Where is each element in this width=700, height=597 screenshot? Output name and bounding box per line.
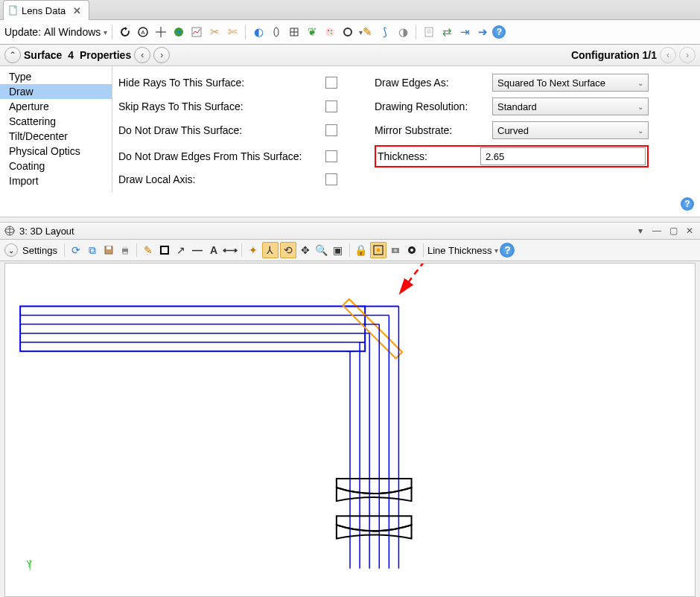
next-config-button[interactable]: › bbox=[679, 47, 696, 63]
close-icon[interactable]: ✕ bbox=[684, 225, 696, 237]
crosshair-icon[interactable] bbox=[153, 24, 169, 40]
refresh-icon[interactable] bbox=[117, 24, 133, 40]
square-icon[interactable] bbox=[157, 243, 172, 258]
layout-panel: 3: 3D Layout ▾ — ▢ ✕ ⌄ Settings ⟳ ⧉ ✎ ↗ bbox=[0, 222, 700, 597]
sidebar-item-scattering[interactable]: Scattering bbox=[0, 114, 112, 129]
do-not-draw-edges-checkbox[interactable] bbox=[325, 150, 337, 162]
sidebar-item-coating[interactable]: Coating bbox=[0, 159, 112, 173]
lock-icon[interactable]: 🔒 bbox=[354, 243, 369, 258]
layout-title: 3: 3D Layout bbox=[19, 226, 74, 237]
main-toolbar: Update: All Windows A ✂ ✄ ◐ ❦ bbox=[0, 20, 700, 45]
copy-icon[interactable]: ⧉ bbox=[85, 243, 100, 258]
sidebar-item-type[interactable]: Type bbox=[0, 69, 112, 84]
drawing-resolution-dropdown[interactable]: Standard ⌄ bbox=[492, 98, 649, 115]
tab-lens-data[interactable]: Lens Data ✕ bbox=[3, 0, 89, 20]
skip-rays-checkbox[interactable] bbox=[325, 100, 337, 112]
chart-icon[interactable] bbox=[188, 24, 205, 40]
thickness-input[interactable]: 2.65 bbox=[480, 147, 646, 165]
settings-label[interactable]: Settings bbox=[22, 245, 57, 256]
update-dropdown[interactable]: All Windows bbox=[44, 26, 107, 38]
svg-point-12 bbox=[328, 30, 329, 31]
surface-icon[interactable] bbox=[268, 24, 284, 40]
minimize-icon[interactable]: — bbox=[651, 225, 663, 237]
mirror-substrate-dropdown[interactable]: Curved ⌄ bbox=[492, 121, 649, 139]
camera-icon[interactable] bbox=[388, 243, 403, 258]
close-icon[interactable]: ✕ bbox=[73, 5, 81, 16]
zoom-icon[interactable]: 🔍 bbox=[314, 243, 329, 258]
draw-edges-as-dropdown[interactable]: Squared To Next Surface ⌄ bbox=[492, 74, 649, 92]
refresh-icon[interactable]: ⟳ bbox=[69, 243, 83, 258]
document-icon bbox=[8, 5, 19, 16]
svg-rect-36 bbox=[20, 306, 365, 351]
tab-label: Lens Data bbox=[22, 5, 66, 16]
arc-icon[interactable]: ⟆ bbox=[377, 24, 393, 40]
svg-rect-30 bbox=[377, 249, 380, 252]
move-icon[interactable]: ✥ bbox=[298, 243, 313, 258]
swap-icon[interactable]: ⇄ bbox=[439, 24, 455, 40]
layout-canvas[interactable]: Y bbox=[4, 263, 696, 597]
svg-rect-16 bbox=[425, 28, 433, 36]
sidebar-item-aperture[interactable]: Aperture bbox=[0, 99, 112, 114]
next-surface-button[interactable]: › bbox=[153, 47, 170, 63]
sidebar-item-physical-optics[interactable]: Physical Optics bbox=[0, 144, 112, 159]
brush-icon[interactable]: ✎ bbox=[359, 24, 375, 40]
save-icon[interactable] bbox=[101, 243, 116, 258]
sidebar-item-tilt-decenter[interactable]: Tilt/Decenter bbox=[0, 129, 112, 144]
help-icon[interactable]: ? bbox=[681, 197, 694, 211]
layout-toolbar: ⌄ Settings ⟳ ⧉ ✎ ↗ — A ⟷ ✦ ⅄ ⟲ ✥ bbox=[0, 240, 700, 261]
leaf-icon[interactable]: ❦ bbox=[304, 24, 320, 40]
svg-rect-41 bbox=[343, 299, 402, 359]
line-thickness-dropdown[interactable]: Line Thickness bbox=[427, 245, 498, 256]
target-icon[interactable] bbox=[404, 243, 419, 258]
svg-rect-26 bbox=[123, 246, 127, 249]
rotate-icon[interactable]: ⟲ bbox=[280, 242, 296, 258]
draw-local-axis-checkbox[interactable] bbox=[325, 173, 337, 185]
lens-icon[interactable]: ◐ bbox=[250, 24, 267, 40]
fit-icon[interactable]: ▣ bbox=[331, 243, 346, 258]
maximize-icon[interactable]: ▢ bbox=[667, 225, 679, 237]
svg-rect-24 bbox=[106, 246, 111, 249]
svg-point-7 bbox=[274, 28, 279, 36]
layout-title-bar: 3: 3D Layout ▾ — ▢ ✕ bbox=[0, 223, 700, 240]
grid-center-icon[interactable] bbox=[370, 242, 386, 258]
arrow-right-icon[interactable]: ➔ bbox=[474, 24, 491, 40]
settings-expand-icon[interactable]: ⌄ bbox=[4, 243, 18, 257]
hide-rays-checkbox[interactable] bbox=[325, 77, 337, 89]
svg-point-15 bbox=[344, 28, 351, 36]
dropdown-icon[interactable]: ▾ bbox=[634, 225, 646, 237]
print-icon[interactable] bbox=[118, 243, 133, 258]
merge-icon[interactable]: ⇥ bbox=[456, 24, 473, 40]
sidebar-item-draw[interactable]: Draw bbox=[0, 84, 112, 99]
svg-point-11 bbox=[325, 28, 334, 36]
axes-y-icon[interactable]: ⅄ bbox=[262, 242, 279, 258]
arrow-icon[interactable]: ↗ bbox=[174, 243, 188, 258]
prev-config-button[interactable]: ‹ bbox=[660, 47, 676, 63]
sidebar-item-import[interactable]: Import bbox=[0, 173, 112, 188]
axes-icon[interactable]: ✦ bbox=[246, 243, 261, 258]
collapse-button[interactable]: ⌃ bbox=[4, 47, 21, 63]
text-icon[interactable]: A bbox=[206, 243, 221, 258]
optical-layout: Y bbox=[5, 264, 695, 596]
svg-rect-27 bbox=[123, 252, 127, 254]
pencil-icon[interactable]: ✎ bbox=[141, 243, 156, 258]
line-icon[interactable]: — bbox=[190, 243, 205, 258]
scissors-icon[interactable]: ✂ bbox=[206, 24, 223, 40]
dimension-icon[interactable]: ⟷ bbox=[223, 243, 238, 258]
refresh-all-icon[interactable]: A bbox=[135, 24, 151, 40]
help-icon[interactable]: ? bbox=[492, 25, 506, 39]
tab-bar: Lens Data ✕ bbox=[0, 0, 700, 20]
grid-icon[interactable] bbox=[286, 24, 302, 40]
toggle-icon[interactable]: ◑ bbox=[395, 24, 411, 40]
properties-panel: Type Draw Aperture Scattering Tilt/Decen… bbox=[0, 66, 700, 217]
globe-icon[interactable] bbox=[171, 24, 187, 40]
do-not-draw-checkbox[interactable] bbox=[325, 124, 337, 136]
ring-icon[interactable] bbox=[340, 24, 356, 40]
palette-icon[interactable] bbox=[322, 24, 338, 40]
scissors2-icon[interactable]: ✄ bbox=[224, 24, 241, 40]
svg-point-34 bbox=[410, 249, 413, 252]
svg-rect-28 bbox=[161, 246, 168, 254]
document-icon[interactable] bbox=[421, 24, 437, 40]
do-not-draw-label: Do Not Draw This Surface: bbox=[118, 124, 319, 136]
help-icon[interactable]: ? bbox=[500, 243, 515, 258]
prev-surface-button[interactable]: ‹ bbox=[134, 47, 150, 63]
